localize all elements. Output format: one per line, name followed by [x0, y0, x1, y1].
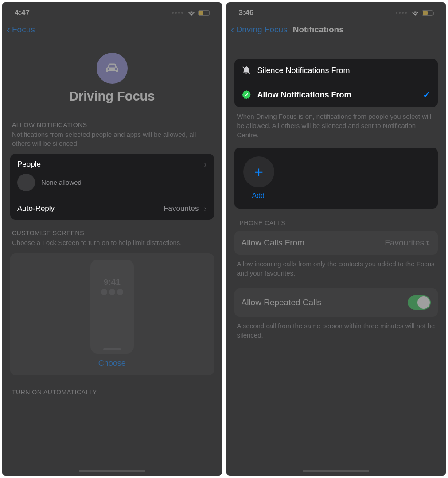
phone-calls-header: PHONE CALLS	[226, 209, 446, 226]
add-label: Add	[252, 192, 429, 200]
bell-slash-icon	[242, 66, 251, 75]
home-indicator[interactable]	[303, 470, 369, 472]
auto-reply-label: Auto-Reply	[17, 204, 158, 213]
wifi-icon	[187, 10, 195, 16]
status-indicators	[396, 10, 433, 16]
people-none-label: None allowed	[41, 179, 82, 186]
section-allow-notifications: ALLOW NOTIFICATIONS Notifications from s…	[2, 112, 222, 148]
toggle-knob-icon	[417, 296, 430, 309]
chevron-right-icon: ›	[204, 160, 207, 169]
section-header: CUSTOMISE SCREENS	[12, 229, 212, 237]
allow-calls-footer: Allow incoming calls from only the conta…	[226, 255, 446, 278]
section-header: ALLOW NOTIFICATIONS	[12, 121, 212, 128]
modes-footer: When Driving Focus is on, notifications …	[226, 107, 446, 140]
status-time: 3:46	[239, 8, 254, 17]
nav-bar: ‹ Focus	[2, 21, 222, 40]
section-turn-on-auto: TURN ON AUTOMATICALLY	[2, 375, 222, 396]
back-button[interactable]: Focus	[12, 25, 35, 35]
repeated-calls-label: Allow Repeated Calls	[242, 298, 408, 307]
lockscreen-widgets-icon	[101, 289, 123, 295]
people-row[interactable]: People › None allowed	[10, 154, 214, 198]
repeated-calls-card: Allow Repeated Calls	[234, 288, 438, 317]
wifi-icon	[411, 10, 419, 16]
checkmark-icon: ✓	[423, 89, 431, 101]
chevron-right-icon: ›	[204, 204, 207, 214]
focus-car-icon	[97, 53, 128, 84]
home-indicator[interactable]	[79, 470, 145, 472]
lockscreen-card[interactable]: 9:41 Choose	[10, 253, 214, 375]
plus-icon: ＋	[252, 162, 266, 182]
section-customise-screens: CUSTOMISE SCREENS Choose a Lock Screen t…	[2, 220, 222, 247]
nav-title: Notifications	[293, 25, 344, 35]
allow-mode-row[interactable]: Allow Notifications From ✓	[234, 82, 438, 107]
cellular-dots-icon	[396, 12, 407, 14]
people-label: People	[17, 160, 204, 169]
lockscreen-homebar-icon	[103, 348, 121, 350]
status-indicators	[172, 10, 210, 16]
repeated-calls-row[interactable]: Allow Repeated Calls	[234, 288, 438, 317]
cellular-dots-icon	[172, 12, 183, 14]
add-circle-icon: ＋	[243, 156, 274, 187]
back-button[interactable]: Driving Focus	[236, 25, 288, 35]
status-bar: 4:47	[2, 2, 222, 21]
lockscreen-time: 9:41	[104, 277, 121, 287]
allow-label: Allow Notifications From	[257, 90, 417, 100]
back-chevron-icon[interactable]: ‹	[231, 23, 234, 36]
screenshot-right: 3:46 ‹ Driving Focus Notifications Silen…	[226, 2, 446, 476]
avatar-placeholder-icon	[17, 174, 35, 191]
allow-calls-row[interactable]: Allow Calls From Favourites ⇅	[234, 231, 438, 255]
back-chevron-icon[interactable]: ‹	[7, 23, 10, 36]
add-button[interactable]: ＋ Add	[234, 148, 438, 209]
battery-icon	[198, 10, 210, 16]
mode-card: Silence Notifications From Allow Notific…	[234, 59, 438, 107]
repeated-calls-toggle[interactable]	[408, 295, 431, 310]
silence-mode-row[interactable]: Silence Notifications From	[234, 59, 438, 82]
allow-calls-label: Allow Calls From	[242, 238, 385, 248]
battery-icon	[422, 10, 433, 16]
add-people-card: ＋ Add	[234, 148, 438, 209]
checkmark-seal-icon	[242, 90, 251, 100]
auto-reply-row[interactable]: Auto-Reply Favourites ›	[10, 198, 214, 220]
allow-calls-value: Favourites	[385, 238, 424, 248]
screenshot-left: 4:47 ‹ Focus Driving Focus ALLOW NOTIFIC…	[2, 2, 222, 476]
silence-label: Silence Notifications From	[257, 66, 431, 75]
notifications-card: People › None allowed Auto-Reply Favouri…	[10, 154, 214, 220]
lockscreen-preview: 9:41	[90, 260, 134, 354]
page-title: Driving Focus	[2, 89, 222, 104]
section-description: Choose a Lock Screen to turn on to help …	[12, 238, 212, 247]
status-bar: 3:46	[226, 2, 446, 21]
auto-reply-value: Favourites	[164, 204, 199, 213]
choose-button[interactable]: Choose	[10, 359, 214, 368]
allow-calls-card: Allow Calls From Favourites ⇅	[234, 231, 438, 255]
hero: Driving Focus	[2, 40, 222, 112]
up-down-chevron-icon: ⇅	[426, 240, 431, 246]
status-time: 4:47	[15, 8, 30, 17]
nav-bar: ‹ Driving Focus Notifications	[226, 21, 446, 40]
repeated-calls-footer: A second call from the same person withi…	[226, 317, 446, 340]
section-description: Notifications from selected people and a…	[12, 130, 212, 148]
